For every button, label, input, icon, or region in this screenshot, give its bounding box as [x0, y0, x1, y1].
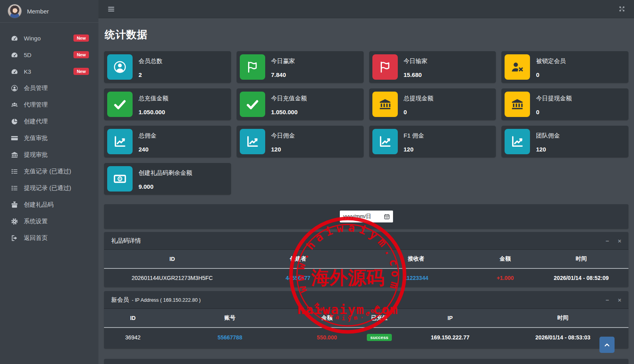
sidebar-item-label: 系统设置	[24, 218, 89, 225]
sidebar-item-withdraw-approval[interactable]: 提现审批	[0, 146, 98, 163]
calendar-icon	[383, 213, 390, 220]
bank-icon	[372, 92, 398, 117]
stat-card-total-members: 会员总数2	[104, 51, 231, 83]
list-icon	[11, 167, 19, 175]
column-header-amount: 金额	[476, 250, 534, 268]
sidebar-item-label: 创建礼品码	[24, 201, 89, 209]
topbar	[98, 0, 634, 18]
sidebar-item-recharge-approval[interactable]: 充值审批	[0, 130, 98, 146]
tachometer-icon	[11, 67, 19, 75]
date-input[interactable]: yyyy/mm/日	[340, 211, 393, 222]
stat-label: 今日赢家	[271, 57, 295, 65]
new-badge: New	[73, 34, 89, 42]
member-id-cell: 36942	[104, 328, 162, 347]
stat-label: 今日充值金额	[271, 95, 307, 102]
users-icon	[11, 101, 19, 109]
sidebar-item-5d[interactable]: 5D New	[0, 46, 98, 63]
chart-line-icon	[505, 129, 530, 154]
tachometer-icon	[11, 34, 19, 42]
stat-value: 7.840	[271, 71, 295, 78]
giftcode-panel: 礼品码详情 − × ID 创建者 接收者 金额 时间	[104, 232, 628, 287]
sidebar-item-create-giftcode[interactable]: 创建礼品码	[0, 196, 98, 213]
stat-label: 会员总数	[139, 57, 162, 65]
stat-label: 今日输家	[404, 57, 428, 65]
column-header-ip: IP	[403, 309, 497, 328]
panel-controls: − ×	[605, 297, 621, 303]
stat-card-today-commission: 今日佣金120	[237, 126, 364, 157]
panel-controls: − ×	[605, 238, 621, 244]
sidebar-item-label: 充值记录 (已通过)	[24, 168, 89, 175]
giftcode-receiver-cell[interactable]: 11223344	[356, 268, 476, 287]
new-badge: New	[73, 51, 89, 58]
sidebar-item-label: 代理管理	[24, 101, 89, 109]
stat-card-total-recharge: 总充值金额1.050.000	[104, 88, 231, 120]
date-input-value: yyyy/mm/日	[343, 213, 372, 220]
giftcode-table-row: 202601144UXGR21273M3H5FC 44556677 112233…	[104, 268, 628, 287]
sidebar-nav: Wingo New 5D New K3 New 会员管理 代理管理	[0, 23, 98, 246]
close-icon[interactable]: ×	[618, 297, 621, 303]
stat-label: 总佣金	[139, 132, 156, 140]
stat-card-f1-commission: F1 佣金120	[369, 126, 496, 157]
menu-toggle-icon[interactable]	[107, 5, 115, 13]
stat-value: 1.050.000	[139, 109, 168, 115]
content: 统计数据 会员总数2 今日赢家7.840 今日输家15.680 被锁	[98, 18, 634, 364]
flag-icon	[240, 54, 265, 80]
new-members-panel-title: 新会员	[111, 296, 129, 304]
stat-label: 今日提现金额	[536, 95, 572, 102]
sidebar-item-label: 返回首页	[24, 234, 89, 242]
stat-value: 240	[139, 146, 156, 153]
sidebar-item-recharge-records[interactable]: 充值记录 (已通过)	[0, 163, 98, 180]
stat-card-team-commission: 团队佣金120	[501, 126, 628, 157]
stat-label: 团队佣金	[536, 132, 560, 140]
gift-icon	[11, 201, 19, 209]
next-panel	[104, 359, 628, 364]
user-name: Member	[27, 8, 49, 15]
column-header-receiver: 接收者	[356, 250, 476, 268]
sign-out-icon	[11, 234, 19, 242]
app-window: Member Wingo New 5D New K3 New 会员管理	[0, 0, 634, 364]
user-panel[interactable]: Member	[0, 0, 98, 23]
column-header-account: 账号	[162, 309, 298, 328]
sidebar-item-k3[interactable]: K3 New	[0, 63, 98, 80]
fullscreen-icon[interactable]	[619, 6, 625, 12]
sidebar-item-create-agent[interactable]: 创建代理	[0, 113, 98, 130]
gear-icon	[11, 217, 19, 225]
chart-line-icon	[240, 129, 265, 154]
giftcode-id-cell: 202601144UXGR21273M3H5FC	[104, 268, 240, 287]
stat-card-giftcode-balance: 创建礼品码剩余金额9.000	[104, 163, 231, 195]
scroll-top-button[interactable]	[599, 337, 615, 353]
sidebar-item-back-home[interactable]: 返回首页	[0, 230, 98, 246]
stat-label: 总提现金额	[404, 95, 434, 102]
new-members-table-header-row: ID 账号 金额 已充值 IP 时间	[104, 309, 628, 328]
sidebar-item-agent-management[interactable]: 代理管理	[0, 96, 98, 113]
minimize-icon[interactable]: −	[605, 297, 609, 303]
sidebar-item-withdraw-records[interactable]: 提现记录 (已通过)	[0, 180, 98, 196]
stat-value: 0	[536, 109, 572, 115]
member-account-cell[interactable]: 55667788	[162, 328, 298, 347]
giftcode-time-cell: 2026/01/14 - 08:52:09	[534, 268, 628, 287]
sidebar-item-member-management[interactable]: 会员管理	[0, 80, 98, 96]
minimize-icon[interactable]: −	[605, 238, 609, 244]
new-members-panel-header: 新会员 - IP Address ( 169.150.222.80 ) − ×	[104, 291, 628, 309]
new-members-table: ID 账号 金额 已充值 IP 时间 36942 55667788 550.00…	[104, 309, 628, 347]
stat-card-today-losers: 今日输家15.680	[369, 51, 496, 83]
sidebar-item-label: 充值审批	[24, 134, 89, 142]
stat-value: 0	[404, 109, 434, 115]
column-header-time: 时间	[534, 250, 628, 268]
stat-value: 120	[271, 146, 295, 153]
giftcode-panel-title: 礼品码详情	[111, 237, 141, 245]
stat-label: F1 佣金	[404, 132, 424, 140]
bank-icon	[505, 92, 530, 117]
sidebar: Member Wingo New 5D New K3 New 会员管理	[0, 0, 98, 364]
close-icon[interactable]: ×	[618, 238, 621, 244]
success-badge: success	[367, 334, 392, 341]
sidebar-item-system-settings[interactable]: 系统设置	[0, 213, 98, 230]
stat-label: 创建礼品码剩余金额	[139, 169, 192, 177]
stat-value: 15.680	[404, 71, 428, 78]
sidebar-item-wingo[interactable]: Wingo New	[0, 30, 98, 46]
giftcode-panel-header: 礼品码详情 − ×	[104, 232, 628, 250]
stat-value: 0	[536, 71, 566, 78]
giftcode-creator-cell[interactable]: 44556677	[240, 268, 356, 287]
sidebar-item-label: K3	[24, 68, 73, 75]
member-amount-cell: 550.000	[298, 328, 356, 347]
